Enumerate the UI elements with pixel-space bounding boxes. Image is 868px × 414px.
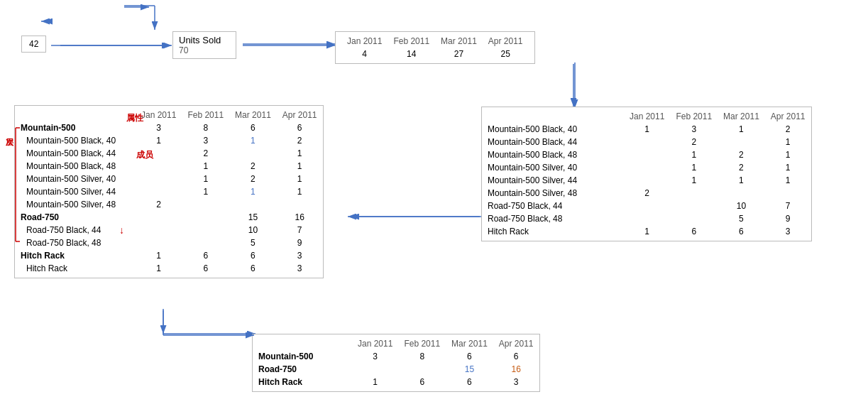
cell: 3 — [182, 134, 229, 147]
table-row: Road-750 Black, 44 10 7 — [482, 200, 811, 212]
cell — [670, 187, 718, 200]
cell: 1 — [765, 148, 811, 161]
row-label: Road-750 — [15, 211, 136, 224]
left-table-panel: Jan 2011 Feb 2011 Mar 2011 Apr 2011 Moun… — [14, 105, 324, 278]
cell — [136, 236, 182, 249]
rt-col-mar: Mar 2011 — [718, 110, 765, 123]
table-row: Mountain-500 Black, 48 1 2 1 — [482, 148, 811, 161]
table-row: Mountain-500 Black, 44 2 1 — [482, 136, 811, 148]
row-label: Hitch Rack — [15, 249, 136, 262]
bottom-table: Jan 2011 Feb 2011 Mar 2011 Apr 2011 Moun… — [253, 337, 539, 388]
cell: 16 — [277, 211, 323, 224]
annotation-member: 成员 — [136, 149, 153, 161]
cell — [352, 363, 398, 376]
row-label: Mountain-500 Black, 48 — [482, 148, 624, 161]
row-label: Mountain-500 Black, 40 — [482, 123, 624, 136]
table-row: Hitch Rack 1 6 6 3 — [15, 249, 323, 262]
bt-col-mar: Mar 2011 — [446, 337, 493, 350]
cell: 1 — [624, 225, 670, 238]
table-row: Mountain-500 Black, 40 1 3 1 2 — [482, 123, 811, 136]
row-label: Mountain-500 Silver, 44 — [482, 174, 624, 187]
cell — [182, 224, 229, 236]
row-label: Mountain-500 Silver, 44 — [15, 185, 136, 198]
row-label: Road-750 — [253, 363, 352, 376]
row-label: Road-750 Black, 48 — [15, 236, 136, 249]
top-col-jan: Jan 2011 — [341, 35, 388, 48]
table-row: Mountain-500 Silver, 48 2 — [15, 198, 323, 211]
row-label: Mountain-500 Silver, 40 — [482, 161, 624, 174]
cell: 1 — [352, 376, 398, 388]
table-row: Road-750 Black, 48 5 9 — [15, 236, 323, 249]
table-row: Hitch Rack 1 6 6 3 — [253, 376, 539, 388]
cell: 5 — [229, 236, 277, 249]
cell: 1 — [670, 161, 718, 174]
cell — [670, 200, 718, 212]
cell: 1 — [182, 160, 229, 173]
cell: 1 — [718, 174, 765, 187]
cell — [182, 198, 229, 211]
lt-col-mar: Mar 2011 — [229, 109, 277, 121]
cell: 3 — [765, 225, 811, 238]
top-col-feb: Feb 2011 — [388, 35, 435, 48]
cell — [136, 173, 182, 185]
cell — [624, 212, 670, 225]
row-label: Mountain-500 Black, 48 — [15, 160, 136, 173]
cell: 2 — [670, 136, 718, 148]
row-label: Hitch Rack — [253, 376, 352, 388]
cell: 5 — [718, 212, 765, 225]
annotation-property: 属性 — [126, 112, 143, 124]
table-row: Mountain-500 Silver, 40 1 2 1 — [15, 173, 323, 185]
cell — [398, 363, 446, 376]
cell: 6 — [229, 262, 277, 275]
cell: 6 — [229, 121, 277, 134]
units-sold-title: Units Sold — [179, 35, 230, 45]
cell: 1 — [277, 160, 323, 173]
cell: 10 — [718, 200, 765, 212]
cell — [182, 211, 229, 224]
cell: 8 — [182, 121, 229, 134]
cell: 6 — [277, 121, 323, 134]
row-label: Road-750 Black, 44 — [15, 224, 136, 236]
table-row: Mountain-500 Silver, 40 1 2 1 — [482, 161, 811, 174]
cell: 15 — [446, 363, 493, 376]
diagram-container: 42 Units Sold 70 Jan 2011 Feb 2011 Mar 2… — [0, 0, 868, 414]
cell: 9 — [765, 212, 811, 225]
cell — [670, 212, 718, 225]
units-sold-value: 70 — [179, 45, 230, 55]
cell — [136, 160, 182, 173]
cell: 1 — [229, 134, 277, 147]
cell: 1 — [765, 174, 811, 187]
cell: 1 — [136, 134, 182, 147]
right-table: Jan 2011 Feb 2011 Mar 2011 Apr 2011 Moun… — [482, 110, 811, 238]
top-val-jan: 4 — [341, 48, 388, 60]
table-row: Hitch Rack 1 6 6 3 — [15, 262, 323, 275]
cell: 2 — [229, 173, 277, 185]
cell: 1 — [136, 249, 182, 262]
row-label: Mountain-500 Silver, 48 — [15, 198, 136, 211]
table-row: Mountain-500 3 8 6 6 — [253, 350, 539, 363]
down-arrow-indicator: ↓ — [119, 224, 124, 236]
cell: 6 — [446, 376, 493, 388]
cell: 1 — [277, 185, 323, 198]
cell: 1 — [182, 173, 229, 185]
row-label: Hitch Rack — [482, 225, 624, 238]
cell: 6 — [182, 262, 229, 275]
row-label: Mountain-500 — [253, 350, 352, 363]
cell: 6 — [670, 225, 718, 238]
cell: 1 — [136, 262, 182, 275]
table-row: Hitch Rack 1 6 6 3 — [482, 225, 811, 238]
cell: 3 — [277, 249, 323, 262]
cell: 1 — [277, 147, 323, 160]
cell — [229, 198, 277, 211]
row-label: Mountain-500 Silver, 40 — [15, 173, 136, 185]
rt-col-jan: Jan 2011 — [624, 110, 670, 123]
cell: 16 — [493, 363, 539, 376]
cell — [136, 224, 182, 236]
cell: 3 — [493, 376, 539, 388]
table-row: Mountain-500 Silver, 44 1 1 1 — [15, 185, 323, 198]
bottom-table-panel: Jan 2011 Feb 2011 Mar 2011 Apr 2011 Moun… — [252, 334, 540, 392]
cell: 2 — [624, 187, 670, 200]
cell — [277, 198, 323, 211]
lt-col-apr: Apr 2011 — [277, 109, 323, 121]
row-label: Mountain-500 Black, 44 — [482, 136, 624, 148]
